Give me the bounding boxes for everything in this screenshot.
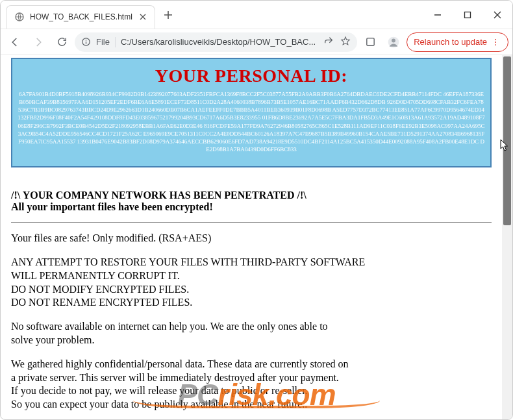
window-close-button[interactable] xyxy=(482,1,512,29)
window-minimize-button[interactable] xyxy=(423,1,453,29)
share-icon[interactable] xyxy=(323,36,334,48)
toolbar: File C:/Users/karolisliucveikis/Desktop/… xyxy=(1,29,512,55)
relaunch-to-update-button[interactable]: Relaunch to update xyxy=(407,32,508,52)
svg-point-8 xyxy=(495,42,496,43)
profile-avatar-icon[interactable] xyxy=(383,32,404,53)
menu-dots-icon[interactable] xyxy=(490,38,501,47)
svg-point-7 xyxy=(495,38,496,40)
window-maximize-button[interactable] xyxy=(453,1,482,29)
personal-id-value: 6A7FA901B4D0BF5918B4098926B934CF9902D3B1… xyxy=(18,90,485,153)
tab-title: HOW_TO_BACK_FILES.html xyxy=(30,12,132,21)
files-safe-line: Your files are safe! Only modified. (RSA… xyxy=(11,232,492,245)
relaunch-label: Relaunch to update xyxy=(414,37,487,47)
address-prefix: File xyxy=(96,37,110,47)
file-page-icon xyxy=(14,12,25,22)
data-gathered-block: We gathered highly confidential/personal… xyxy=(11,358,492,412)
separator-line xyxy=(11,222,492,223)
personal-id-heading: YOUR PERSONAL ID: xyxy=(18,66,485,86)
address-bar[interactable]: File C:/Users/karolisliucveikis/Desktop/… xyxy=(75,32,357,52)
address-separator xyxy=(115,37,116,47)
browser-tab[interactable]: HOW_TO_BACK_FILES.html xyxy=(6,5,155,29)
new-tab-button[interactable] xyxy=(159,6,177,24)
no-software-block: No software available on internet can he… xyxy=(11,320,492,347)
site-info-icon[interactable] xyxy=(81,37,91,47)
personal-id-panel: YOUR PERSONAL ID: 6A7FA901B4D0BF5918B409… xyxy=(11,58,492,167)
encrypted-heading: All your important files have been encry… xyxy=(11,201,492,213)
penetrated-heading: /!\ YOUR COMPANY NETWORK HAS BEEN PENETR… xyxy=(11,190,492,201)
nav-back-button[interactable] xyxy=(5,32,25,53)
svg-rect-1 xyxy=(465,12,471,18)
svg-point-3 xyxy=(86,40,87,41)
address-path: C:/Users/karolisliucveikis/Desktop/HOW_T… xyxy=(121,37,318,47)
page-content: YOUR PERSONAL ID: 6A7FA901B4D0BF5918B409… xyxy=(1,55,502,419)
vertical-scrollbar[interactable] xyxy=(502,55,512,419)
warning-block: ANY ATTEMPT TO RESTORE YOUR FILES WITH T… xyxy=(11,256,492,310)
extensions-icon[interactable] xyxy=(360,32,381,53)
titlebar: HOW_TO_BACK_FILES.html xyxy=(1,1,512,29)
svg-point-6 xyxy=(392,38,395,42)
cursor-icon xyxy=(500,139,509,154)
tab-close-icon[interactable] xyxy=(138,12,148,22)
nav-reload-button[interactable] xyxy=(51,32,72,53)
svg-point-9 xyxy=(495,44,496,45)
svg-rect-4 xyxy=(367,38,374,45)
bookmark-star-icon[interactable] xyxy=(340,36,351,48)
nav-forward-button[interactable] xyxy=(28,32,49,53)
